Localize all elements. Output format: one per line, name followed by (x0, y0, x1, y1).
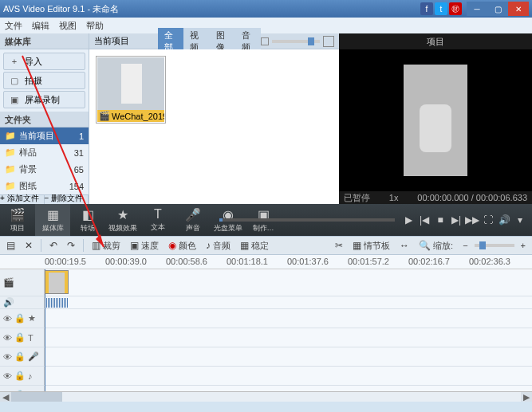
lock-icon[interactable]: 🔒 (14, 313, 26, 324)
folder-name: 背景 (19, 163, 37, 175)
eye-icon[interactable]: 👁 (3, 333, 12, 343)
stabilize-button[interactable]: ▦稳定 (237, 238, 272, 253)
delete-button[interactable]: ✕ (22, 238, 36, 253)
menu-view[interactable]: 视图 (59, 20, 77, 32)
eye-icon[interactable]: 👁 (3, 314, 12, 324)
seek-bar[interactable] (219, 218, 395, 222)
redo-icon: ↷ (67, 240, 75, 251)
video-clip[interactable] (45, 270, 69, 294)
zoom-in-button[interactable]: + (518, 239, 529, 252)
undo-button[interactable]: ↶ (46, 238, 61, 253)
capture-label: 拍摄 (25, 75, 42, 87)
zoom-out-button[interactable]: − (459, 239, 471, 252)
import-label: 导入 (25, 56, 42, 68)
mode-button[interactable]: T文本 (140, 204, 175, 236)
media-clip[interactable]: 🎬WeChat_20190507… (96, 56, 166, 124)
import-button[interactable]: +导入 (3, 53, 85, 70)
mode-button[interactable]: ◧转场 (70, 204, 105, 236)
color-button[interactable]: ◉颜色 (165, 238, 199, 253)
capture-button[interactable]: ▢拍摄 (3, 72, 85, 89)
menu-edit[interactable]: 编辑 (32, 20, 49, 32)
folder-item[interactable]: 📁当前项目1 (0, 128, 89, 144)
next-frame-button[interactable]: ▶| (449, 214, 463, 226)
mode-icon: ★ (117, 207, 128, 222)
mode-button[interactable]: ★视频效果 (105, 204, 140, 236)
menu-help[interactable]: 帮助 (86, 20, 104, 32)
zoom-slider[interactable] (475, 244, 514, 247)
split-button[interactable]: ✂ (332, 238, 346, 253)
speed-button[interactable]: ▣速度 (127, 238, 162, 253)
mode-label: 媒体库 (42, 223, 64, 233)
mode-label: 视频效果 (108, 223, 137, 233)
eye-icon[interactable]: 👁 (3, 371, 12, 381)
storyboard-icon: ▦ (353, 240, 361, 251)
voice-track[interactable] (45, 347, 532, 366)
mode-button[interactable]: ▦媒体库 (35, 204, 70, 236)
mode-label: 文本 (151, 222, 165, 233)
audio-icon: ♪ (206, 240, 211, 251)
ruler-tick: 00:00:58.6 (166, 257, 207, 266)
weibo-icon[interactable]: ㊖ (449, 2, 462, 15)
ruler-tick: 00:01:18.1 (227, 257, 268, 266)
folder-list: 📁当前项目1📁样品31📁背景65📁图纸154 (0, 128, 89, 194)
preview-status: 已暂停 (344, 192, 370, 204)
text-track[interactable] (45, 328, 532, 347)
preview-time-total: 00:00:06.633 (476, 193, 527, 202)
audio-track[interactable] (45, 296, 532, 308)
timeline-icon: ▤ (6, 240, 15, 251)
scroll-left-button[interactable]: ◀ (0, 392, 11, 402)
close-button[interactable]: ✕ (508, 2, 529, 16)
fullscreen-button[interactable]: ⛶ (481, 214, 495, 226)
ruler-tick: 00:02:16.7 (408, 257, 450, 266)
audio-clip[interactable] (45, 298, 69, 308)
timeline-scrollbar[interactable]: ◀ ▶ (0, 391, 532, 402)
volume-button[interactable]: 🔊 (497, 214, 511, 226)
fit-button[interactable]: ↔ (396, 238, 412, 253)
thumbnail-size-slider[interactable] (261, 36, 334, 47)
effect-track[interactable] (45, 309, 532, 328)
folder-icon: 📁 (5, 181, 16, 191)
preview-area[interactable] (339, 49, 532, 191)
mode-button[interactable]: 🎬项目 (0, 204, 35, 236)
video-track[interactable] (45, 269, 532, 296)
music-track[interactable] (45, 367, 532, 385)
cut-button[interactable]: ▥裁剪 (89, 238, 124, 253)
eye-icon[interactable]: 👁 (3, 352, 12, 362)
twitter-icon[interactable]: t (435, 2, 447, 15)
menu-file[interactable]: 文件 (5, 20, 22, 32)
stabilize-label: 稳定 (251, 240, 269, 252)
record-button[interactable]: ▣屏幕录制 (3, 91, 85, 108)
redo-button[interactable]: ↷ (64, 238, 78, 253)
timeline[interactable]: 🎬 🔊 👁🔒★ 👁🔒T 👁🔒🎤 👁🔒♪ 👁🔒▢ ◀ ▶ (0, 269, 532, 402)
more-button[interactable]: ▾ (513, 214, 527, 226)
lock-icon[interactable]: 🔒 (14, 351, 26, 362)
facebook-icon[interactable]: f (420, 2, 433, 15)
preview-speed: 1x (370, 193, 417, 202)
folder-count: 154 (69, 182, 84, 191)
end-button[interactable]: ▶▶ (465, 214, 479, 226)
stop-button[interactable]: ■ (433, 214, 447, 226)
timeline-ruler[interactable]: 00:00:19.500:00:39.000:00:58.600:01:18.1… (0, 255, 532, 269)
split-icon: ✂ (335, 240, 343, 251)
folder-item[interactable]: 📁背景65 (0, 161, 89, 178)
folder-item[interactable]: 📁样品31 (0, 144, 89, 161)
mode-icon: ◧ (82, 207, 94, 222)
prev-frame-button[interactable]: |◀ (417, 214, 432, 226)
social-icons: f t ㊖ (420, 2, 462, 15)
mode-button[interactable]: 🎤声音 (175, 204, 211, 236)
timeline-view-button[interactable]: ▤ (3, 238, 18, 253)
audio-button[interactable]: ♪音频 (203, 238, 234, 253)
lock-icon[interactable]: 🔒 (14, 371, 26, 381)
play-button[interactable]: ▶ (401, 214, 416, 226)
maximize-button[interactable]: ▢ (487, 2, 508, 16)
lock-icon[interactable]: 🔒 (14, 332, 26, 343)
cut-label: 裁剪 (103, 240, 120, 252)
storyboard-button[interactable]: ▦情节板 (349, 238, 393, 253)
folder-name: 当前项目 (19, 130, 54, 142)
mode-icon: 🎬 (10, 207, 26, 222)
ruler-tick: 00:01:37.6 (287, 257, 329, 266)
scroll-right-button[interactable]: ▶ (521, 392, 532, 402)
minimize-button[interactable]: ─ (467, 2, 487, 16)
cut-icon: ▥ (92, 240, 100, 251)
folder-name: 图纸 (19, 180, 37, 192)
